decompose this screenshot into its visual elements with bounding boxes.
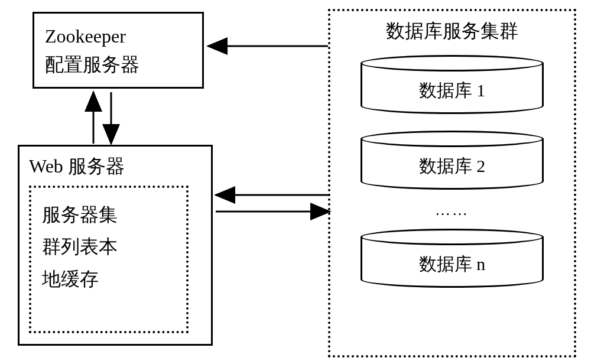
zookeeper-config-server: Zookeeper 配置服务器 xyxy=(33,12,204,89)
zookeeper-label-1: Zookeeper xyxy=(45,22,191,50)
zookeeper-label-2: 配置服务器 xyxy=(45,50,191,79)
cache-line-2: 群列表本 xyxy=(42,230,176,262)
database-service-cluster: 数据库服务集群 数据库 1 数据库 2 …… 数据库 n xyxy=(328,9,576,358)
cache-line-1: 服务器集 xyxy=(42,199,176,230)
cylinder-top-icon xyxy=(361,229,544,245)
database-1: 数据库 1 xyxy=(361,55,544,114)
database-2: 数据库 2 xyxy=(361,131,544,190)
cluster-title: 数据库服务集群 xyxy=(342,18,562,44)
web-server-title: Web 服务器 xyxy=(29,154,202,180)
cylinder-top-icon xyxy=(361,131,544,147)
database-n: 数据库 n xyxy=(361,229,544,288)
cache-line-3: 地缓存 xyxy=(42,263,176,295)
database-2-label: 数据库 2 xyxy=(361,154,544,178)
database-n-label: 数据库 n xyxy=(361,252,544,277)
server-cluster-list-local-cache: 服务器集 群列表本 地缓存 xyxy=(29,186,189,333)
ellipsis-label: …… xyxy=(342,202,562,219)
web-server: Web 服务器 服务器集 群列表本 地缓存 xyxy=(18,145,213,346)
database-1-label: 数据库 1 xyxy=(361,79,544,103)
architecture-diagram: Zookeeper 配置服务器 Web 服务器 服务器集 群列表本 地缓存 数据… xyxy=(0,0,591,364)
cylinder-top-icon xyxy=(361,55,544,72)
